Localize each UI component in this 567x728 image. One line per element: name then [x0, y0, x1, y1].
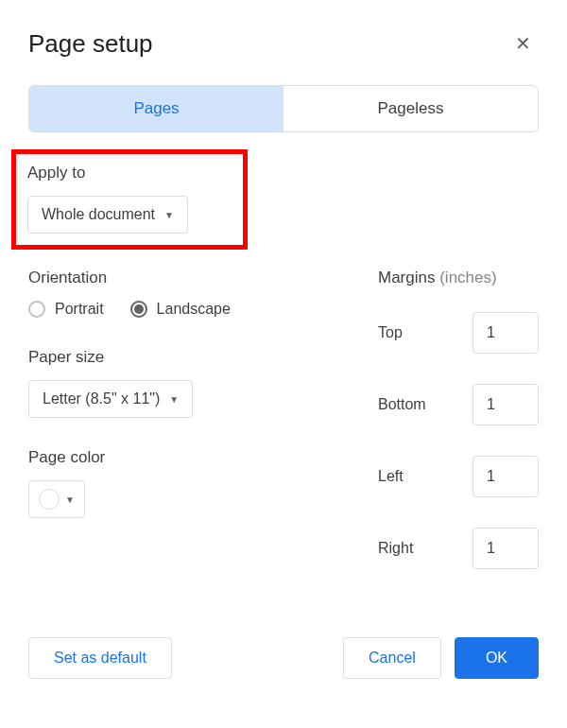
apply-to-label: Apply to [27, 164, 232, 182]
close-icon[interactable]: ✕ [507, 28, 539, 59]
ok-button[interactable]: OK [455, 637, 539, 679]
caret-down-icon: ▼ [169, 394, 179, 405]
orientation-portrait-label: Portrait [55, 301, 104, 318]
margin-right-input[interactable] [472, 528, 539, 569]
page-color-label: Page color [28, 448, 350, 467]
radio-dot-icon [134, 304, 144, 314]
tab-pages[interactable]: Pages [29, 86, 284, 131]
paper-size-label: Paper size [28, 348, 350, 367]
margin-left-label: Left [378, 468, 404, 485]
margins-unit: (inches) [439, 269, 496, 286]
tab-group: Pages Pageless [28, 85, 539, 132]
orientation-landscape-label: Landscape [157, 301, 231, 318]
margin-left-input[interactable] [472, 456, 539, 497]
apply-to-dropdown[interactable]: Whole document ▼ [27, 196, 188, 234]
orientation-landscape-radio[interactable]: Landscape [130, 301, 231, 318]
apply-to-highlight: Apply to Whole document ▼ [11, 149, 248, 250]
color-swatch-icon [39, 489, 60, 510]
margin-right-label: Right [378, 540, 413, 557]
radio-icon [130, 301, 147, 318]
orientation-label: Orientation [28, 269, 350, 287]
caret-down-icon: ▼ [164, 210, 174, 220]
paper-size-value: Letter (8.5" x 11") [43, 390, 160, 407]
margin-top-input[interactable] [472, 312, 539, 354]
set-default-button[interactable]: Set as default [28, 637, 172, 679]
tab-pageless[interactable]: Pageless [284, 86, 538, 131]
caret-down-icon: ▼ [65, 494, 75, 505]
paper-size-dropdown[interactable]: Letter (8.5" x 11") ▼ [28, 380, 193, 418]
margin-bottom-label: Bottom [378, 396, 426, 413]
dialog-title: Page setup [28, 29, 153, 59]
radio-icon [28, 301, 45, 318]
margin-bottom-input[interactable] [472, 384, 539, 425]
margin-top-label: Top [378, 324, 403, 341]
margins-label: Margins (inches) [378, 269, 539, 287]
page-color-dropdown[interactable]: ▼ [28, 480, 85, 518]
cancel-button[interactable]: Cancel [343, 637, 441, 679]
orientation-portrait-radio[interactable]: Portrait [28, 301, 104, 318]
apply-to-value: Whole document [42, 206, 155, 223]
